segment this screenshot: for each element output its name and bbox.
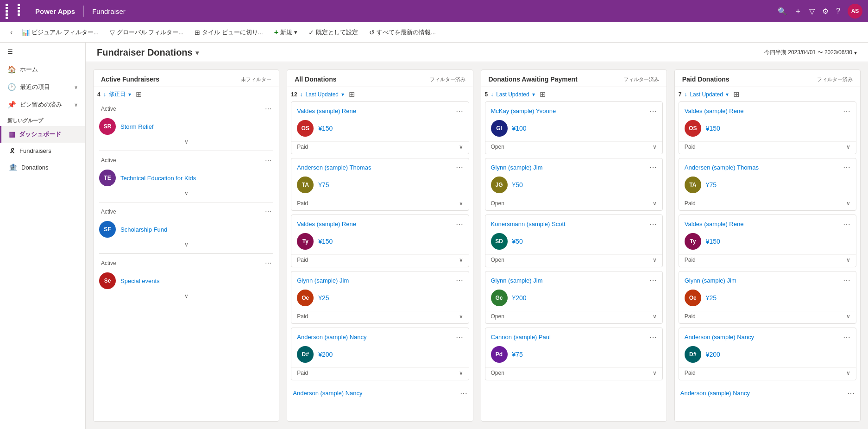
sort-dropdown-icon-awaiting[interactable]: ▾ <box>532 91 535 98</box>
sort-label-all[interactable]: Last Updated <box>306 91 339 98</box>
card-name-4[interactable]: Glynn (sample) Jim <box>297 277 349 284</box>
sidebar-item-recent[interactable]: 🕐 最近の項目 ∨ <box>0 78 85 96</box>
await-expand-4[interactable]: ∨ <box>653 313 657 320</box>
more-icon-3[interactable]: ⋯ <box>265 208 271 215</box>
sort-dropdown-icon[interactable]: ▾ <box>128 91 131 98</box>
await-amount-1[interactable]: ¥100 <box>512 125 527 132</box>
sort-dropdown-icon-paid[interactable]: ▾ <box>726 91 729 98</box>
card-expand-2[interactable]: ∨ <box>459 200 463 207</box>
sort-label-awaiting[interactable]: Last Updated <box>496 91 529 98</box>
card-amount-1[interactable]: ¥150 <box>318 125 333 132</box>
await-amount-3[interactable]: ¥50 <box>512 238 523 245</box>
card-amount-3[interactable]: ¥150 <box>318 238 333 245</box>
await-amount-4[interactable]: ¥200 <box>512 294 527 302</box>
card-more-3[interactable]: ⋯ <box>456 220 463 228</box>
sidebar-item-dashboard[interactable]: ▦ ダッシュボード <box>0 126 85 143</box>
fundraiser-name-storm-relief[interactable]: Storm Relief <box>120 123 154 130</box>
col-view-button-paid[interactable]: ⊞ <box>731 89 741 100</box>
app-launcher-icon[interactable] <box>6 4 29 19</box>
paid-card-more-1[interactable]: ⋯ <box>843 107 850 115</box>
back-button[interactable]: ‹ <box>7 25 15 39</box>
page-title[interactable]: Fundraiser Donations ▾ <box>97 47 199 58</box>
filter-icon[interactable]: ▽ <box>809 7 815 16</box>
refresh-button[interactable]: ↺ すべてを最新の情報... <box>365 25 440 39</box>
card-amount-4[interactable]: ¥25 <box>318 294 329 302</box>
paid-card-name-1[interactable]: Valdes (sample) Rene <box>685 107 744 114</box>
await-amount-2[interactable]: ¥50 <box>512 181 523 189</box>
settings-icon[interactable]: ⚙ <box>822 7 829 16</box>
paid-amount-5[interactable]: ¥200 <box>706 351 720 358</box>
global-filter-button[interactable]: ▽ グローバル フィルター... <box>105 25 188 39</box>
paid-amount-4[interactable]: ¥25 <box>706 294 717 302</box>
expand-storm-relief[interactable]: ∨ <box>94 137 279 149</box>
sidebar-item-pinned[interactable]: 📌 ピン留めの済み ∨ <box>0 96 85 114</box>
await-expand-5[interactable]: ∨ <box>653 370 657 376</box>
paid-expand-5[interactable]: ∨ <box>846 370 850 376</box>
col-view-button-all[interactable]: ⊞ <box>347 89 357 100</box>
paid-amount-3[interactable]: ¥150 <box>706 238 720 245</box>
card-expand-4[interactable]: ∨ <box>459 313 463 320</box>
visual-filter-button[interactable]: 📊 ビジュアル フィルター... <box>17 25 103 39</box>
paid-card-name-2[interactable]: Andersen (sample) Thomas <box>685 164 759 171</box>
card-more-5[interactable]: ⋯ <box>456 333 463 341</box>
card-expand-3[interactable]: ∨ <box>459 257 463 263</box>
paid-expand-4[interactable]: ∨ <box>846 313 850 320</box>
col-view-button-active[interactable]: ⊞ <box>134 89 144 100</box>
card-name-3[interactable]: Valdes (sample) Rene <box>297 221 356 227</box>
paid-card-name-3[interactable]: Valdes (sample) Rene <box>685 221 744 227</box>
tile-view-button[interactable]: ⊞ タイル ビューに切り... <box>190 25 267 39</box>
set-default-button[interactable]: ✓ 既定として設定 <box>304 25 363 39</box>
new-button[interactable]: + 新規 ▾ <box>270 25 302 39</box>
card-name-6[interactable]: Anderson (sample) Nancy <box>293 390 362 397</box>
paid-card-name-4[interactable]: Glynn (sample) Jim <box>685 277 736 284</box>
add-icon[interactable]: ＋ <box>794 6 802 16</box>
sort-label-active[interactable]: 修正日 <box>109 90 126 98</box>
more-icon[interactable]: ⋯ <box>265 105 271 113</box>
sidebar-toggle[interactable]: ☰ <box>0 43 85 61</box>
paid-card-more-2[interactable]: ⋯ <box>843 163 850 172</box>
await-card-more-3[interactable]: ⋯ <box>649 220 657 228</box>
paid-expand-2[interactable]: ∨ <box>846 200 850 207</box>
help-icon[interactable]: ? <box>836 7 840 15</box>
card-more-6[interactable]: ⋯ <box>460 389 467 397</box>
await-card-name-1[interactable]: McKay (sample) Yvonne <box>491 107 556 114</box>
expand-technical[interactable]: ∨ <box>94 188 279 200</box>
card-name-5[interactable]: Anderson (sample) Nancy <box>297 334 366 341</box>
sidebar-item-home[interactable]: 🏠 ホーム <box>0 61 85 78</box>
paid-card-more-3[interactable]: ⋯ <box>843 220 850 228</box>
await-card-name-3[interactable]: Konersmann (sample) Scott <box>491 221 566 227</box>
sidebar-item-donations[interactable]: 🏦 Donations <box>0 159 85 176</box>
await-card-more-1[interactable]: ⋯ <box>649 107 657 115</box>
search-icon[interactable]: 🔍 <box>778 7 787 16</box>
paid-card-name-6[interactable]: Anderson (sample) Nancy <box>680 390 750 397</box>
await-card-more-5[interactable]: ⋯ <box>649 333 657 341</box>
card-amount-5[interactable]: ¥200 <box>318 351 333 358</box>
await-expand-3[interactable]: ∨ <box>653 257 657 263</box>
await-card-name-5[interactable]: Cannon (sample) Paul <box>491 334 551 341</box>
fundraiser-name-special[interactable]: Special events <box>120 278 160 284</box>
paid-card-more-4[interactable]: ⋯ <box>843 276 850 285</box>
paid-card-more-6[interactable]: ⋯ <box>847 389 855 397</box>
paid-expand-1[interactable]: ∨ <box>846 144 850 150</box>
fundraiser-name-technical[interactable]: Technical Education for Kids <box>120 175 196 182</box>
await-card-more-2[interactable]: ⋯ <box>649 163 657 172</box>
paid-amount-2[interactable]: ¥75 <box>706 181 717 189</box>
await-card-name-4[interactable]: Glynn (sample) Jim <box>491 277 543 284</box>
paid-card-more-5[interactable]: ⋯ <box>843 333 850 341</box>
card-name-2[interactable]: Andersen (sample) Thomas <box>297 164 371 171</box>
card-more-4[interactable]: ⋯ <box>456 276 463 285</box>
user-avatar[interactable]: AS <box>848 4 862 19</box>
expand-special[interactable]: ∨ <box>94 291 279 303</box>
sort-dropdown-icon-all[interactable]: ▾ <box>341 91 344 98</box>
card-expand-5[interactable]: ∨ <box>459 370 463 376</box>
more-icon-2[interactable]: ⋯ <box>265 157 271 164</box>
await-expand-2[interactable]: ∨ <box>653 200 657 207</box>
paid-card-name-5[interactable]: Anderson (sample) Nancy <box>685 334 754 341</box>
card-name-1[interactable]: Valdes (sample) Rene <box>297 107 356 114</box>
sort-label-paid[interactable]: Last Updated <box>690 91 723 98</box>
card-expand-1[interactable]: ∨ <box>459 144 463 150</box>
expand-scholarship[interactable]: ∨ <box>94 240 279 252</box>
col-view-button-awaiting[interactable]: ⊞ <box>538 89 547 100</box>
card-amount-2[interactable]: ¥75 <box>318 181 329 189</box>
card-more-2[interactable]: ⋯ <box>456 163 463 172</box>
